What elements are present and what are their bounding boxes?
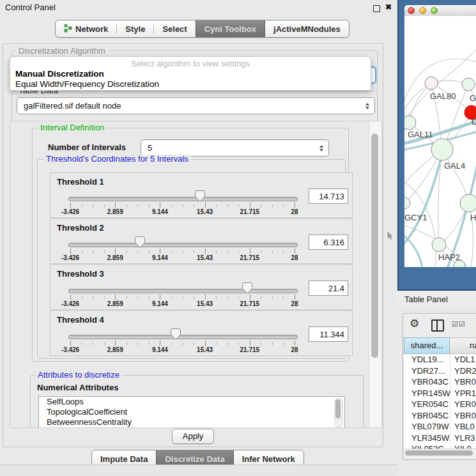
tab-jactivemnodules[interactable]: jActiveMNodules: [265, 20, 349, 37]
table-cell-name[interactable]: YDR2: [450, 365, 476, 377]
table-cell-name[interactable]: YBR0: [450, 410, 476, 422]
table-row[interactable]: YDR27... YDR2: [404, 365, 476, 377]
threshold-4-slider-thumb[interactable]: [171, 328, 181, 340]
threshold-3-value-field[interactable]: 21.4: [309, 280, 348, 296]
table-cell-shared-name[interactable]: YBR043C: [404, 377, 450, 387]
table-cell-shared-name[interactable]: YIL052C: [404, 444, 450, 449]
table-row[interactable]: YLR345W YLR3: [404, 433, 476, 444]
table-cell-name[interactable]: YBL0: [450, 421, 476, 433]
node-label-hap2: HAP2: [438, 252, 460, 262]
table-data-combobox-value: galFiltered.sif default node: [17, 101, 365, 111]
table-cell-name[interactable]: YBR0: [450, 376, 476, 388]
node-hap2[interactable]: [432, 238, 446, 252]
tab-select-label: Select: [162, 24, 187, 34]
table-cell-shared-name[interactable]: YBR045C: [404, 411, 450, 420]
threshold-4-slider-track[interactable]: [68, 335, 298, 339]
tab-network[interactable]: Network: [56, 20, 116, 37]
columns-icon[interactable]: [431, 319, 444, 332]
algorithm-option-equal-width[interactable]: Equal Width/Frequency Discretization: [15, 79, 159, 89]
mouse-cursor: [387, 232, 394, 242]
threshold-1-value-field[interactable]: 14.713: [309, 188, 348, 204]
table-cell-name[interactable]: YER0: [450, 399, 476, 410]
table-header-row: shared... na: [404, 337, 476, 354]
threshold-2-slider-thumb[interactable]: [135, 236, 145, 248]
settings-vertical-scrollbar-thumb[interactable]: [371, 134, 378, 358]
table-cell-name[interactable]: YDL1: [450, 354, 476, 365]
node-gcy1[interactable]: [404, 197, 410, 209]
node-gal80[interactable]: [425, 77, 438, 89]
threshold-1-label: Threshold 1: [57, 177, 104, 187]
table-header-name[interactable]: na: [450, 337, 476, 354]
table-cell-name[interactable]: YIL0: [450, 443, 476, 449]
tab-cyni-toolbox[interactable]: Cyni Toolbox: [196, 20, 265, 37]
attribute-list-item[interactable]: BetweennessCentrality: [39, 417, 344, 427]
node-gal11[interactable]: [404, 116, 416, 130]
tab-impute-data-label: Impute Data: [100, 454, 148, 464]
attributes-list-scrollbar[interactable]: [334, 398, 343, 427]
table-cell-shared-name[interactable]: YPR145W: [404, 388, 450, 398]
table-horizontal-scrollbar[interactable]: [404, 449, 476, 457]
table-row[interactable]: YER054C YER0: [404, 399, 476, 410]
attributes-list-scrollbar-thumb[interactable]: [335, 399, 341, 418]
tab-select[interactable]: Select: [154, 20, 195, 37]
attribute-list-item[interactable]: SelfLoops: [39, 397, 344, 407]
table-row[interactable]: YPR145W YPR1: [404, 388, 476, 399]
node-label-red: C: [472, 117, 476, 127]
combobox-arrows-icon[interactable]: [365, 103, 369, 109]
tab-cyni-toolbox-label: Cyni Toolbox: [204, 24, 256, 34]
threshold-2-slider-track[interactable]: [68, 243, 298, 247]
node-top-right[interactable]: [462, 78, 475, 91]
float-window-icon[interactable]: [373, 5, 380, 12]
algorithm-hint-option[interactable]: Select algorithm to view settings: [10, 59, 371, 68]
table-cell-shared-name[interactable]: YER054C: [404, 399, 450, 409]
threshold-3-label: Threshold 3: [57, 269, 104, 279]
minimize-traffic-light-icon[interactable]: [419, 7, 426, 14]
table-header-shared-name[interactable]: shared...: [404, 337, 450, 354]
threshold-1-slider-track[interactable]: [68, 197, 298, 201]
apply-button[interactable]: Apply: [172, 429, 214, 444]
table-horizontal-scrollbar-thumb[interactable]: [405, 450, 473, 456]
close-traffic-light-icon[interactable]: [408, 7, 415, 14]
threshold-3-slider-track[interactable]: [68, 289, 298, 293]
threshold-4-value-field[interactable]: 11.344: [309, 326, 348, 342]
table-row[interactable]: YBL079W YBL0: [404, 421, 476, 433]
tab-style-label: Style: [125, 24, 145, 34]
network-view-canvas[interactable]: GAL80 GA C GAL11 GAL4 GCY1 H HAP2: [404, 16, 476, 267]
network-window-titlebar[interactable]: [404, 5, 476, 17]
gear-icon[interactable]: ⚙: [410, 318, 419, 330]
attribute-list-item[interactable]: TopologicalCoefficient: [39, 407, 344, 417]
select-columns-checkboxes-icon[interactable]: ☑☑: [452, 320, 466, 328]
table-panel: ⚙ ☑☑ shared... na YDL19... YDL1 YDR27...…: [403, 313, 476, 460]
table-data-combobox[interactable]: galFiltered.sif default node: [17, 97, 375, 114]
tab-jactivemnodules-label: jActiveMNodules: [273, 24, 341, 34]
spinner-arrows-icon[interactable]: [319, 145, 323, 151]
table-cell-name[interactable]: YPR1: [450, 388, 476, 399]
tab-network-label: Network: [75, 24, 108, 34]
algorithm-option-manual[interactable]: Manual Discretization: [15, 69, 104, 79]
threshold-3-slider-thumb[interactable]: [242, 282, 252, 294]
threshold-1-slider-thumb[interactable]: [195, 190, 205, 202]
zoom-traffic-light-icon[interactable]: [431, 7, 438, 14]
table-cell-shared-name[interactable]: YDR27...: [404, 366, 450, 376]
network-icon: [64, 24, 72, 35]
node-right[interactable]: [460, 194, 476, 212]
table-row[interactable]: YBR043C YBR0: [404, 376, 476, 388]
table-cell-shared-name[interactable]: YLR345W: [404, 433, 450, 443]
table-row[interactable]: YDL19... YDL1: [404, 354, 476, 365]
table-cell-name[interactable]: YLR3: [450, 433, 476, 444]
table-row[interactable]: YIL052C YIL0: [404, 443, 476, 449]
node-label-right: H: [470, 213, 476, 222]
threshold-4-panel: Threshold 4 -3.4262.8599.14415.4321.7152…: [50, 311, 353, 356]
table-row[interactable]: YBR045C YBR0: [404, 410, 476, 422]
close-icon[interactable]: ✖: [385, 3, 392, 12]
network-node-labels: GAL80 GA C GAL11 GAL4 GCY1 H HAP2: [404, 91, 476, 262]
table-cell-shared-name[interactable]: YBL079W: [404, 422, 450, 431]
tab-style[interactable]: Style: [117, 20, 153, 37]
node-gal4[interactable]: [431, 139, 453, 160]
table-cell-shared-name[interactable]: YDL19...: [404, 355, 450, 364]
threshold-2-value-field[interactable]: 6.316: [309, 234, 348, 250]
node-label-gcy1: GCY1: [404, 213, 427, 222]
settings-vertical-scrollbar[interactable]: [369, 121, 381, 427]
algorithm-dropdown-popup: Select algorithm to view settings Manual…: [10, 56, 371, 91]
node-label-top-right: GA: [470, 93, 476, 103]
